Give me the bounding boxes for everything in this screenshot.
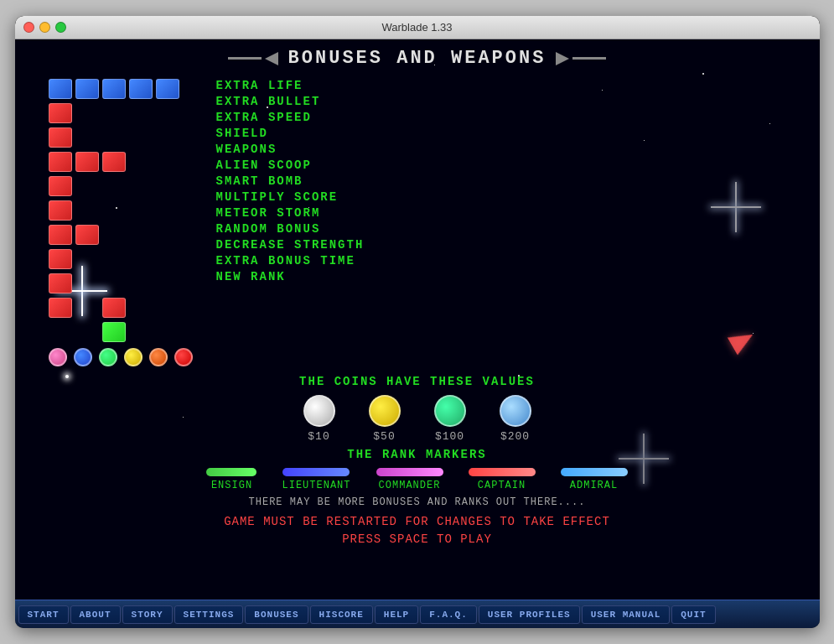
rank-bar-admiral bbox=[561, 468, 628, 476]
nav-story[interactable]: STORY bbox=[122, 605, 173, 624]
main-content: EXTRA LIFE EXTRA BULLET EXTRA SPEED SHIE… bbox=[15, 77, 820, 366]
close-button[interactable] bbox=[23, 22, 34, 33]
icon-block bbox=[75, 152, 99, 172]
coin-item-50: $50 bbox=[369, 395, 401, 443]
coin-item-10: $10 bbox=[303, 395, 335, 443]
rank-markers: ENSIGN LIEUTENANT COMMANDER CAPTAIN bbox=[15, 468, 820, 491]
coin-red bbox=[174, 348, 193, 366]
deco-right bbox=[556, 52, 606, 65]
coin-item-100: $100 bbox=[434, 395, 466, 443]
icon-row bbox=[49, 150, 199, 174]
icon-block bbox=[49, 152, 72, 172]
nav-bonuses[interactable]: BONUSES bbox=[245, 605, 308, 624]
icon-block bbox=[49, 322, 72, 342]
item-new-rank: NEW RANK bbox=[216, 270, 365, 283]
item-extra-bonus-time: EXTRA BONUS TIME bbox=[216, 254, 365, 267]
icon-block bbox=[49, 127, 72, 148]
nav-faq[interactable]: F.A.Q. bbox=[420, 605, 477, 624]
more-bonuses-text: THERE MAY BE MORE BONUSES AND RANKS OUT … bbox=[15, 496, 820, 508]
maximize-button[interactable] bbox=[55, 22, 66, 33]
icon-row bbox=[49, 320, 199, 344]
titlebar: Warblade 1.33 bbox=[15, 16, 820, 39]
deco-triangle-right bbox=[556, 52, 569, 65]
title-decoration: BONUSES AND WEAPONS bbox=[228, 48, 607, 69]
coins-display: $10 $50 $100 $200 bbox=[299, 395, 535, 443]
item-shield: SHIELD bbox=[216, 127, 365, 140]
item-smart-bomb: SMART BOMB bbox=[216, 174, 365, 188]
minimize-button[interactable] bbox=[39, 22, 50, 33]
coin-blue-large bbox=[500, 395, 531, 427]
navbar: START ABOUT STORY SETTINGS BONUSES HISCO… bbox=[15, 600, 820, 628]
icon-block bbox=[49, 103, 72, 123]
icon-block bbox=[75, 322, 99, 342]
rank-bar-captain bbox=[469, 468, 536, 476]
icon-extra-life bbox=[49, 79, 72, 99]
nav-start[interactable]: START bbox=[18, 605, 69, 624]
rank-label-captain: CAPTAIN bbox=[478, 480, 526, 491]
coins-section-title: THE COINS HAVE THESE VALUES bbox=[299, 375, 535, 388]
rank-label-ensign: ENSIGN bbox=[211, 480, 252, 491]
icon-row bbox=[49, 174, 199, 198]
icon-row bbox=[49, 199, 199, 222]
game-area: BONUSES AND WEAPONS bbox=[15, 39, 820, 600]
small-coins-row bbox=[49, 348, 199, 366]
icon-row bbox=[49, 77, 199, 101]
icon-extra-bullet bbox=[75, 79, 99, 99]
items-list: EXTRA LIFE EXTRA BULLET EXTRA SPEED SHIE… bbox=[216, 77, 365, 366]
nav-user-profiles[interactable]: USER PROFILES bbox=[479, 605, 580, 624]
icon-row bbox=[49, 296, 199, 319]
icon-block bbox=[102, 322, 126, 342]
rank-section: THE RANK MARKERS ENSIGN LIEUTENANT COMMA… bbox=[15, 448, 820, 508]
icon-block bbox=[49, 298, 72, 318]
item-random-bonus: RANDOM BONUS bbox=[216, 222, 365, 236]
rank-label-lieutenant: LIEUTENANT bbox=[282, 480, 350, 491]
bottom-messages: GAME MUST BE RESTARTED FOR CHANGES TO TA… bbox=[207, 508, 627, 553]
item-meteor-storm: METEOR STORM bbox=[216, 206, 365, 220]
rank-label-admiral: ADMIRAL bbox=[570, 480, 618, 491]
item-alien-scoop: ALIEN SCOOP bbox=[216, 158, 365, 172]
coin-value-200: $200 bbox=[500, 430, 530, 443]
restart-line1: GAME MUST BE RESTARTED FOR CHANGES TO TA… bbox=[224, 515, 610, 528]
nav-user-manual[interactable]: USER MANUAL bbox=[582, 605, 671, 624]
coin-yellow-large bbox=[369, 395, 401, 427]
item-extra-bullet: EXTRA BULLET bbox=[216, 95, 365, 108]
nav-hiscore[interactable]: HISCORE bbox=[310, 605, 373, 624]
nav-about[interactable]: ABOUT bbox=[70, 605, 121, 624]
icon-shield bbox=[129, 79, 153, 99]
item-multiply-score: MULTIPLY SCORE bbox=[216, 190, 365, 204]
app-window: Warblade 1.33 bbox=[15, 16, 820, 628]
icon-block bbox=[49, 273, 72, 293]
icon-weapons bbox=[156, 79, 179, 99]
rank-bar-lieutenant bbox=[282, 468, 350, 476]
icon-block bbox=[102, 152, 126, 172]
coin-value-10: $10 bbox=[308, 430, 329, 443]
rank-admiral: ADMIRAL bbox=[561, 468, 628, 491]
icon-block bbox=[49, 200, 72, 221]
icon-block bbox=[49, 249, 72, 269]
item-extra-life: EXTRA LIFE bbox=[216, 79, 365, 92]
nav-help[interactable]: HELP bbox=[375, 605, 418, 624]
content-area: BONUSES AND WEAPONS bbox=[15, 39, 820, 600]
icon-row bbox=[49, 126, 199, 149]
coin-value-50: $50 bbox=[373, 430, 395, 443]
nav-settings[interactable]: SETTINGS bbox=[174, 605, 244, 624]
restart-message: GAME MUST BE RESTARTED FOR CHANGES TO TA… bbox=[224, 513, 610, 548]
deco-bar-right bbox=[572, 57, 606, 60]
restart-line2: PRESS SPACE TO PLAY bbox=[342, 532, 492, 546]
deco-left bbox=[228, 52, 278, 65]
item-extra-speed: EXTRA SPEED bbox=[216, 111, 365, 124]
nav-quit[interactable]: QUIT bbox=[671, 605, 715, 624]
icon-row bbox=[49, 272, 199, 295]
icon-row bbox=[49, 247, 199, 271]
page-title: BONUSES AND WEAPONS bbox=[288, 48, 547, 69]
window-controls bbox=[23, 22, 66, 33]
rank-section-title: THE RANK MARKERS bbox=[15, 448, 820, 461]
coin-white bbox=[303, 395, 335, 427]
deco-triangle-left bbox=[265, 52, 278, 65]
icon-extra-speed bbox=[102, 79, 126, 99]
coins-section: THE COINS HAVE THESE VALUES $10 $50 $100 bbox=[299, 375, 535, 443]
icon-block bbox=[49, 225, 72, 245]
coin-green bbox=[99, 348, 117, 366]
window-title: Warblade 1.33 bbox=[381, 21, 452, 34]
rank-captain: CAPTAIN bbox=[469, 468, 536, 491]
